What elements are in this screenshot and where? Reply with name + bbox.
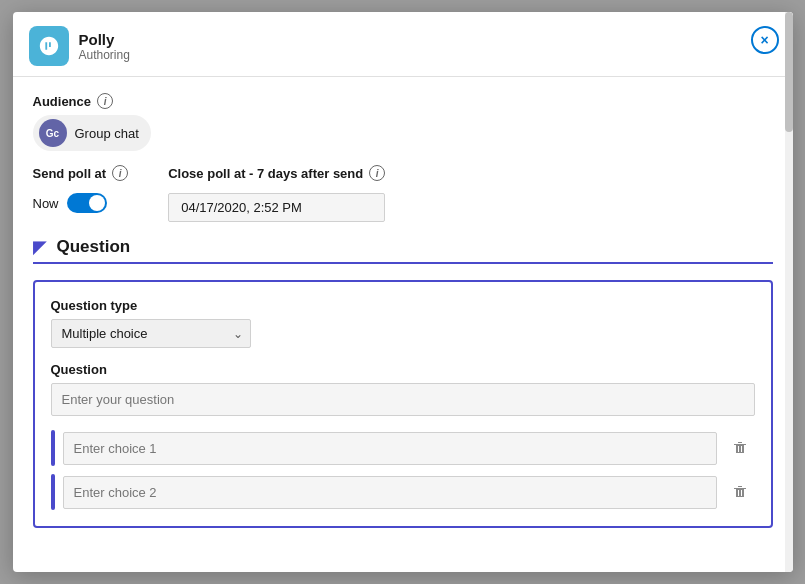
audience-section: Audience i Gc Group chat — [33, 93, 773, 151]
question-text-field: Question — [51, 362, 755, 416]
modal-header: Polly Authoring × — [13, 12, 793, 77]
audience-info-icon[interactable]: i — [97, 93, 113, 109]
close-button[interactable]: × — [751, 26, 779, 54]
question-type-select-wrapper: Multiple choice Open text Rating ⌄ — [51, 319, 251, 348]
choice-row-1 — [51, 430, 755, 466]
close-poll-info-icon[interactable]: i — [369, 165, 385, 181]
send-poll-info-icon[interactable]: i — [112, 165, 128, 181]
question-section-header: ◤ Question — [33, 236, 773, 264]
app-icon — [29, 26, 69, 66]
scrollbar-thumb[interactable] — [785, 12, 793, 132]
trash-icon-2 — [732, 484, 748, 500]
question-type-select[interactable]: Multiple choice Open text Rating — [51, 319, 251, 348]
close-poll-label: Close poll at - 7 days after send i — [168, 165, 385, 181]
audience-chip: Gc Group chat — [33, 115, 151, 151]
modal-body: Audience i Gc Group chat Send poll at i — [13, 77, 793, 572]
poll-timing-row: Send poll at i Now Close poll at - 7 day… — [33, 165, 773, 222]
send-poll-toggle[interactable] — [67, 193, 107, 213]
question-field-label: Question — [51, 362, 755, 377]
choice-input-2[interactable] — [63, 476, 717, 509]
question-icon: ◤ — [33, 236, 47, 258]
close-poll-date[interactable]: 04/17/2020, 2:52 PM — [168, 193, 385, 222]
group-chat-avatar: Gc — [39, 119, 67, 147]
choices-area — [51, 430, 755, 510]
modal-container: Polly Authoring × Audience i Gc Group ch… — [13, 12, 793, 572]
modal-overlay: Polly Authoring × Audience i Gc Group ch… — [0, 0, 805, 584]
choice-row-2 — [51, 474, 755, 510]
question-type-label: Question type — [51, 298, 755, 313]
send-poll-col: Send poll at i Now — [33, 165, 129, 213]
app-subtitle: Authoring — [79, 48, 130, 62]
scrollbar-track — [785, 12, 793, 572]
choice-bar-2 — [51, 474, 55, 510]
toggle-row: Now — [33, 193, 129, 213]
delete-choice-2-button[interactable] — [725, 477, 755, 507]
question-type-field: Question type Multiple choice Open text … — [51, 298, 755, 348]
toggle-now-label: Now — [33, 196, 59, 211]
group-chat-label: Group chat — [75, 126, 139, 141]
send-poll-label: Send poll at i — [33, 165, 129, 181]
audience-label: Audience i — [33, 93, 773, 109]
close-poll-col: Close poll at - 7 days after send i 04/1… — [168, 165, 385, 222]
choice-bar-1 — [51, 430, 55, 466]
question-input[interactable] — [51, 383, 755, 416]
polly-icon — [38, 35, 60, 57]
question-section-title: Question — [57, 237, 131, 257]
app-info: Polly Authoring — [79, 31, 130, 62]
delete-choice-1-button[interactable] — [725, 433, 755, 463]
choice-input-1[interactable] — [63, 432, 717, 465]
trash-icon — [732, 440, 748, 456]
question-card: Question type Multiple choice Open text … — [33, 280, 773, 528]
app-name: Polly — [79, 31, 130, 48]
